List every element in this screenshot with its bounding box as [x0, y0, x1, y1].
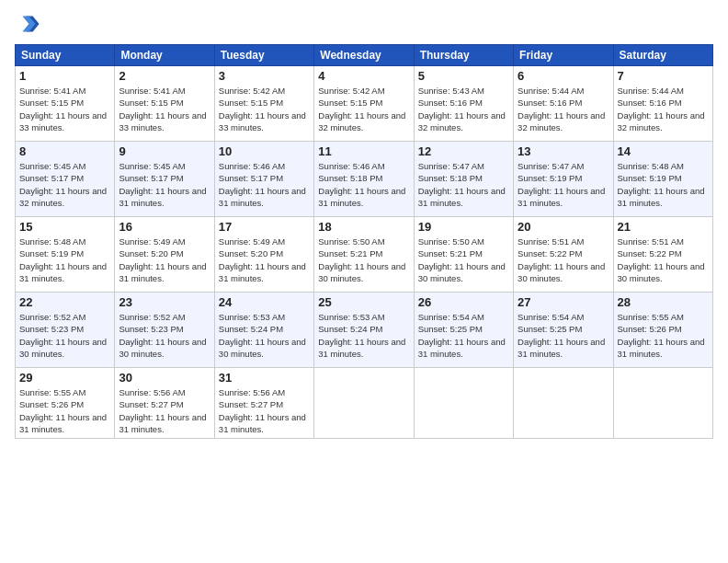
day-info: Sunrise: 5:53 AM Sunset: 5:24 PM Dayligh… — [318, 311, 409, 360]
daylight: Daylight: 11 hours and 33 minutes. — [19, 110, 107, 132]
day-info: Sunrise: 5:42 AM Sunset: 5:15 PM Dayligh… — [219, 85, 310, 133]
daylight: Daylight: 11 hours and 30 minutes. — [119, 337, 206, 359]
daylight: Daylight: 11 hours and 30 minutes. — [618, 261, 705, 283]
weekday-header: Friday — [514, 45, 613, 66]
sunrise: Sunrise: 5:50 AM — [318, 236, 384, 247]
sunrise: Sunrise: 5:44 AM — [518, 86, 584, 96]
logo-icon — [15, 11, 40, 37]
calendar-cell: 14 Sunrise: 5:48 AM Sunset: 5:19 PM Dayl… — [613, 142, 712, 217]
calendar-cell: 22 Sunrise: 5:52 AM Sunset: 5:23 PM Dayl… — [16, 293, 115, 368]
sunset: Sunset: 5:19 PM — [618, 173, 682, 183]
day-number: 16 — [119, 220, 210, 234]
sunset: Sunset: 5:24 PM — [219, 324, 283, 334]
calendar-cell: 23 Sunrise: 5:52 AM Sunset: 5:23 PM Dayl… — [115, 293, 214, 368]
calendar-cell: 31 Sunrise: 5:56 AM Sunset: 5:27 PM Dayl… — [214, 368, 313, 439]
calendar-cell: 13 Sunrise: 5:47 AM Sunset: 5:19 PM Dayl… — [514, 142, 613, 217]
sunset: Sunset: 5:23 PM — [19, 324, 84, 334]
weekday-header: Monday — [115, 45, 214, 66]
sunset: Sunset: 5:25 PM — [418, 324, 483, 334]
day-number: 28 — [618, 295, 709, 309]
daylight: Daylight: 11 hours and 32 minutes. — [518, 110, 605, 132]
sunset: Sunset: 5:27 PM — [119, 399, 183, 409]
weekday-header: Thursday — [414, 45, 513, 66]
calendar: SundayMondayTuesdayWednesdayThursdayFrid… — [15, 44, 713, 439]
calendar-cell: 17 Sunrise: 5:49 AM Sunset: 5:20 PM Dayl… — [214, 217, 313, 293]
calendar-cell — [514, 368, 613, 439]
day-number: 26 — [418, 295, 509, 309]
header-row: SundayMondayTuesdayWednesdayThursdayFrid… — [16, 45, 713, 66]
sunset: Sunset: 5:23 PM — [119, 324, 183, 334]
sunrise: Sunrise: 5:42 AM — [318, 86, 384, 96]
calendar-cell: 6 Sunrise: 5:44 AM Sunset: 5:16 PM Dayli… — [514, 66, 613, 142]
daylight: Daylight: 11 hours and 31 minutes. — [518, 186, 605, 208]
calendar-cell: 21 Sunrise: 5:51 AM Sunset: 5:22 PM Dayl… — [613, 217, 712, 293]
sunrise: Sunrise: 5:51 AM — [518, 236, 584, 247]
daylight: Daylight: 11 hours and 31 minutes. — [219, 412, 306, 434]
day-number: 18 — [318, 220, 409, 234]
daylight: Daylight: 11 hours and 31 minutes. — [318, 337, 405, 359]
daylight: Daylight: 11 hours and 31 minutes. — [219, 186, 306, 208]
sunrise: Sunrise: 5:52 AM — [19, 312, 85, 322]
sunset: Sunset: 5:27 PM — [219, 399, 283, 409]
day-info: Sunrise: 5:44 AM Sunset: 5:16 PM Dayligh… — [518, 85, 609, 133]
sunset: Sunset: 5:16 PM — [618, 98, 682, 108]
daylight: Daylight: 11 hours and 31 minutes. — [518, 337, 605, 359]
calendar-cell — [414, 368, 513, 439]
daylight: Daylight: 11 hours and 31 minutes. — [618, 186, 705, 208]
day-number: 1 — [19, 69, 110, 83]
sunrise: Sunrise: 5:48 AM — [19, 236, 85, 247]
sunrise: Sunrise: 5:55 AM — [618, 312, 684, 322]
header — [15, 11, 713, 37]
day-info: Sunrise: 5:54 AM Sunset: 5:25 PM Dayligh… — [518, 311, 609, 360]
day-info: Sunrise: 5:55 AM Sunset: 5:26 PM Dayligh… — [19, 386, 110, 435]
sunset: Sunset: 5:22 PM — [518, 248, 582, 259]
day-info: Sunrise: 5:56 AM Sunset: 5:27 PM Dayligh… — [219, 386, 310, 435]
sunrise: Sunrise: 5:46 AM — [318, 161, 384, 171]
page: SundayMondayTuesdayWednesdayThursdayFrid… — [0, 0, 728, 563]
daylight: Daylight: 11 hours and 32 minutes. — [19, 186, 107, 208]
weekday-header: Tuesday — [214, 45, 313, 66]
sunrise: Sunrise: 5:56 AM — [119, 387, 185, 397]
sunset: Sunset: 5:25 PM — [518, 324, 582, 334]
day-info: Sunrise: 5:41 AM Sunset: 5:15 PM Dayligh… — [19, 85, 110, 133]
day-number: 11 — [318, 144, 409, 158]
sunset: Sunset: 5:22 PM — [618, 248, 682, 259]
day-number: 30 — [119, 371, 210, 385]
day-info: Sunrise: 5:54 AM Sunset: 5:25 PM Dayligh… — [418, 311, 509, 360]
sunset: Sunset: 5:16 PM — [418, 98, 483, 108]
sunrise: Sunrise: 5:48 AM — [618, 161, 684, 171]
day-number: 8 — [19, 144, 110, 158]
day-number: 14 — [618, 144, 709, 158]
day-number: 5 — [418, 69, 509, 83]
calendar-cell: 7 Sunrise: 5:44 AM Sunset: 5:16 PM Dayli… — [613, 66, 712, 142]
day-info: Sunrise: 5:56 AM Sunset: 5:27 PM Dayligh… — [119, 386, 210, 435]
sunset: Sunset: 5:18 PM — [418, 173, 483, 183]
sunrise: Sunrise: 5:43 AM — [418, 86, 484, 96]
sunrise: Sunrise: 5:56 AM — [219, 387, 285, 397]
sunrise: Sunrise: 5:44 AM — [618, 86, 684, 96]
sunrise: Sunrise: 5:53 AM — [219, 312, 285, 322]
calendar-cell: 15 Sunrise: 5:48 AM Sunset: 5:19 PM Dayl… — [16, 217, 115, 293]
day-info: Sunrise: 5:48 AM Sunset: 5:19 PM Dayligh… — [618, 160, 709, 209]
sunrise: Sunrise: 5:49 AM — [219, 236, 285, 247]
daylight: Daylight: 11 hours and 30 minutes. — [418, 261, 506, 283]
weekday-header: Sunday — [16, 45, 115, 66]
day-info: Sunrise: 5:47 AM Sunset: 5:18 PM Dayligh… — [418, 160, 509, 209]
daylight: Daylight: 11 hours and 31 minutes. — [19, 412, 107, 434]
sunset: Sunset: 5:21 PM — [418, 248, 483, 259]
day-info: Sunrise: 5:51 AM Sunset: 5:22 PM Dayligh… — [518, 236, 609, 284]
daylight: Daylight: 11 hours and 31 minutes. — [318, 186, 405, 208]
sunset: Sunset: 5:24 PM — [318, 324, 382, 334]
sunrise: Sunrise: 5:41 AM — [119, 86, 185, 96]
daylight: Daylight: 11 hours and 31 minutes. — [119, 412, 206, 434]
sunset: Sunset: 5:20 PM — [119, 248, 183, 259]
daylight: Daylight: 11 hours and 31 minutes. — [119, 261, 206, 283]
sunrise: Sunrise: 5:47 AM — [518, 161, 584, 171]
day-number: 22 — [19, 295, 110, 309]
sunrise: Sunrise: 5:54 AM — [418, 312, 484, 322]
day-info: Sunrise: 5:52 AM Sunset: 5:23 PM Dayligh… — [19, 311, 110, 360]
day-number: 20 — [518, 220, 609, 234]
calendar-week: 15 Sunrise: 5:48 AM Sunset: 5:19 PM Dayl… — [16, 217, 713, 293]
sunset: Sunset: 5:19 PM — [19, 248, 84, 259]
calendar-cell: 11 Sunrise: 5:46 AM Sunset: 5:18 PM Dayl… — [314, 142, 414, 217]
